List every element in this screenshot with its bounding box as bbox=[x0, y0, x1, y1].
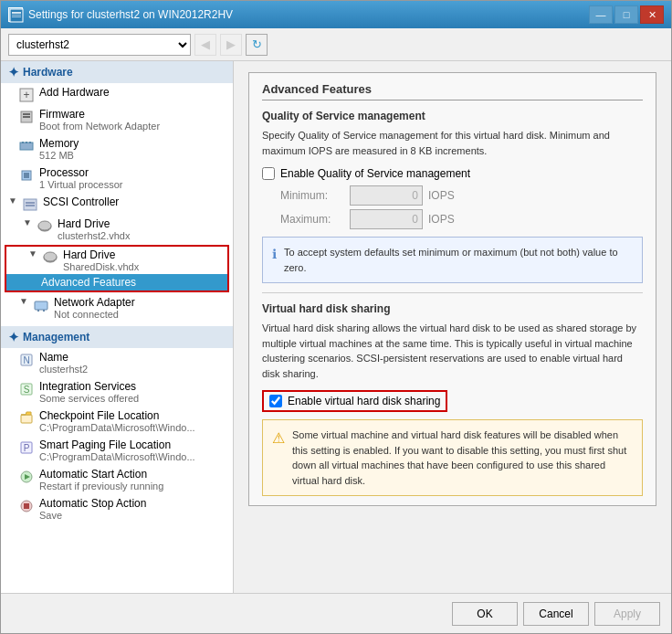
svg-rect-1 bbox=[12, 12, 21, 14]
svg-rect-9 bbox=[20, 143, 33, 150]
svg-rect-36 bbox=[24, 503, 29, 509]
toolbar: clusterhst2 ◀ ▶ ↻ bbox=[1, 28, 671, 61]
svg-rect-22 bbox=[35, 301, 47, 310]
forward-button[interactable]: ▶ bbox=[220, 34, 242, 56]
name-text: Name clusterhst2 bbox=[39, 351, 226, 375]
scsi-expand-icon: ▼ bbox=[8, 195, 17, 206]
ok-button[interactable]: OK bbox=[452, 602, 518, 626]
section-separator bbox=[262, 292, 643, 293]
sidebar-item-smart-paging-file-location[interactable]: P Smart Paging File Location C:\ProgramD… bbox=[1, 436, 233, 465]
sidebar-item-name[interactable]: N Name clusterhst2 bbox=[1, 348, 233, 377]
minimum-input[interactable] bbox=[350, 185, 423, 206]
integration-services-text: Integration Services Some services offer… bbox=[39, 380, 226, 404]
apply-button[interactable]: Apply bbox=[594, 602, 660, 626]
scsi-controller-text: SCSI Controller bbox=[43, 195, 226, 208]
svg-rect-14 bbox=[24, 173, 29, 178]
svg-rect-11 bbox=[26, 142, 27, 143]
firmware-text: Firmware Boot from Network Adapter bbox=[39, 108, 226, 132]
firmware-icon bbox=[19, 110, 34, 124]
vm-dropdown[interactable]: clusterhst2 bbox=[8, 34, 191, 56]
memory-icon bbox=[19, 139, 34, 153]
maximum-row: Maximum: IOPS bbox=[262, 209, 643, 229]
minimize-button[interactable]: — bbox=[589, 5, 613, 24]
sidebar-item-auto-start[interactable]: Automatic Start Action Restart if previo… bbox=[1, 465, 233, 494]
management-star-icon: ✦ bbox=[8, 330, 19, 344]
vhd-checkbox-highlight: Enable virtual hard disk sharing bbox=[262, 390, 447, 412]
refresh-button[interactable]: ↻ bbox=[246, 34, 268, 56]
window-icon bbox=[8, 7, 23, 22]
vhd-checkbox[interactable] bbox=[269, 395, 282, 407]
svg-text:S: S bbox=[24, 385, 30, 395]
checkpoint-icon bbox=[19, 411, 34, 426]
hd2-expand-icon: ▼ bbox=[28, 248, 37, 259]
processor-icon bbox=[19, 168, 34, 183]
sidebar-item-auto-stop[interactable]: Automatic Stop Action Save bbox=[1, 494, 233, 523]
info-icon: ℹ bbox=[272, 245, 277, 275]
title-bar: Settings for clusterhst2 on WIN2012R2HV … bbox=[1, 1, 671, 28]
sidebar-item-memory[interactable]: Memory 512 MB bbox=[1, 134, 233, 164]
svg-marker-30 bbox=[21, 412, 31, 415]
svg-rect-3 bbox=[12, 16, 21, 17]
add-hardware-icon: + bbox=[19, 88, 34, 102]
close-button[interactable]: ✕ bbox=[640, 5, 664, 24]
svg-rect-29 bbox=[21, 415, 32, 423]
sidebar-item-firmware[interactable]: Firmware Boot from Network Adapter bbox=[1, 105, 233, 134]
integration-services-icon: S bbox=[19, 382, 34, 396]
svg-rect-2 bbox=[12, 15, 21, 16]
advanced-features-panel: Advanced Features Quality of Service man… bbox=[248, 72, 656, 506]
sidebar-item-hard-drive-1[interactable]: ▼ Hard Drive clusterhst2.vhdx bbox=[1, 215, 233, 244]
svg-point-21 bbox=[44, 252, 57, 261]
svg-point-19 bbox=[38, 221, 51, 230]
smart-paging-text: Smart Paging File Location C:\ProgramDat… bbox=[39, 439, 226, 462]
qos-checkbox-row: Enable Quality of Service management bbox=[262, 167, 643, 180]
svg-rect-17 bbox=[26, 205, 35, 206]
maximize-button[interactable]: □ bbox=[614, 5, 638, 24]
sidebar-item-add-hardware[interactable]: + Add Hardware bbox=[1, 83, 233, 105]
sidebar-item-integration-services[interactable]: S Integration Services Some services off… bbox=[1, 377, 233, 407]
network-adapter-icon bbox=[34, 298, 48, 312]
checkpoint-text: Checkpoint File Location C:\ProgramData\… bbox=[39, 409, 226, 433]
sidebar-item-processor[interactable]: Processor 1 Virtual processor bbox=[1, 164, 233, 193]
smart-paging-icon: P bbox=[19, 440, 34, 455]
back-button[interactable]: ◀ bbox=[194, 34, 216, 56]
qos-checkbox-label[interactable]: Enable Quality of Service management bbox=[262, 167, 470, 180]
vhd-section-title: Virtual hard disk sharing bbox=[262, 302, 643, 315]
title-bar-left: Settings for clusterhst2 on WIN2012R2HV bbox=[8, 7, 233, 22]
hardware-star-icon: ✦ bbox=[8, 65, 19, 79]
hard-drive-1-text: Hard Drive clusterhst2.vhdx bbox=[58, 217, 226, 241]
auto-start-text: Automatic Start Action Restart if previo… bbox=[39, 468, 226, 491]
network-expand-icon: ▼ bbox=[19, 296, 28, 306]
cancel-button[interactable]: Cancel bbox=[523, 602, 589, 626]
qos-checkbox[interactable] bbox=[262, 167, 275, 180]
network-adapter-text: Network Adapter Not connected bbox=[54, 296, 226, 320]
footer: OK Cancel Apply bbox=[1, 593, 671, 633]
warning-icon: ⚠ bbox=[272, 428, 285, 488]
maximum-input[interactable] bbox=[350, 209, 423, 229]
sidebar-item-network-adapter[interactable]: ▼ Network Adapter Not connected bbox=[1, 293, 233, 322]
title-buttons: — □ ✕ bbox=[589, 5, 664, 24]
qos-description: Specify Quality of Service management fo… bbox=[262, 128, 643, 158]
svg-rect-16 bbox=[26, 202, 35, 204]
sidebar-item-hard-drive-2[interactable]: ▼ Hard Drive SharedDisk.vhdx bbox=[6, 247, 227, 274]
sidebar-item-scsi-controller[interactable]: ▼ SCSI Controller bbox=[1, 193, 233, 215]
qos-section-title: Quality of Service management bbox=[262, 110, 643, 122]
main-content: ✦ Hardware + Add Hardware Firmware bbox=[1, 61, 671, 593]
name-icon: N bbox=[19, 353, 34, 367]
hd1-expand-icon: ▼ bbox=[23, 217, 32, 227]
management-section-header: ✦ Management bbox=[1, 326, 233, 348]
sidebar-item-advanced-features[interactable]: Advanced Features bbox=[6, 274, 227, 291]
auto-start-icon bbox=[19, 470, 34, 484]
hard-drive-1-icon bbox=[37, 219, 52, 234]
sidebar-item-checkpoint-file-location[interactable]: Checkpoint File Location C:\ProgramData\… bbox=[1, 407, 233, 436]
management-header-label: Management bbox=[23, 331, 89, 343]
svg-rect-10 bbox=[22, 142, 24, 143]
memory-text: Memory 512 MB bbox=[39, 137, 226, 161]
vhd-checkbox-row: Enable virtual hard disk sharing bbox=[262, 390, 643, 412]
minimum-row: Minimum: IOPS bbox=[262, 185, 643, 206]
hardware-header-label: Hardware bbox=[23, 66, 73, 79]
svg-rect-8 bbox=[23, 116, 30, 118]
svg-rect-12 bbox=[29, 142, 31, 143]
window-title: Settings for clusterhst2 on WIN2012R2HV bbox=[28, 8, 233, 21]
svg-rect-7 bbox=[23, 113, 30, 115]
svg-text:+: + bbox=[23, 89, 29, 101]
